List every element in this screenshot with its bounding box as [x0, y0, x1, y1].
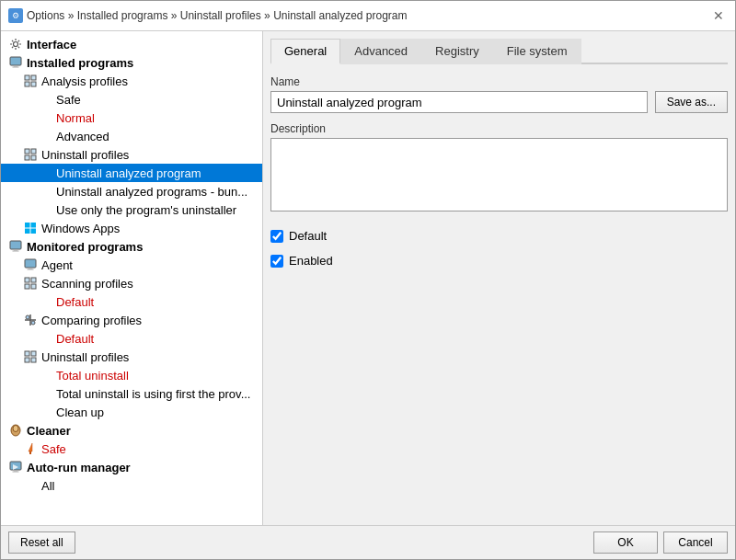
svg-rect-21 — [28, 269, 34, 270]
sidebar-item-use-only-uninstaller[interactable]: Use only the program's uninstaller — [1, 200, 262, 219]
reset-all-button[interactable]: Reset all — [8, 531, 75, 554]
sidebar-item-safe[interactable]: Safe — [1, 90, 262, 109]
save-as-button[interactable]: Save as... — [655, 91, 728, 113]
sidebar-safe-label: Safe — [56, 93, 81, 107]
sidebar-item-interface[interactable]: Interface — [1, 35, 262, 53]
svg-rect-2 — [14, 65, 17, 67]
sidebar-item-advanced[interactable]: Advanced — [1, 127, 262, 145]
sidebar-item-all[interactable]: All — [1, 476, 262, 495]
svg-rect-31 — [25, 358, 29, 362]
svg-rect-16 — [10, 241, 21, 249]
svg-rect-12 — [25, 223, 30, 228]
sidebar-item-default-compare[interactable]: Default — [1, 329, 262, 348]
tab-advanced[interactable]: Advanced — [340, 39, 421, 64]
sidebar-item-cleaner[interactable]: Cleaner — [1, 421, 262, 440]
sidebar-item-analysis-profiles[interactable]: Analysis profiles — [1, 72, 262, 90]
monitor-icon — [8, 55, 23, 70]
cancel-button[interactable]: Cancel — [663, 531, 728, 554]
title-text: Options » Installed programs » Uninstall… — [27, 9, 408, 22]
comparing-icon — [23, 313, 38, 327]
sidebar-item-clean-up[interactable]: Clean up — [1, 403, 262, 421]
tab-strip: General Advanced Registry File system — [270, 39, 728, 64]
sidebar-use-only-label: Use only the program's uninstaller — [56, 203, 236, 217]
close-button[interactable]: ✕ — [709, 6, 728, 25]
sidebar-total-uninstall-2-label: Total uninstall is using first the prov.… — [56, 387, 250, 401]
sidebar-item-normal[interactable]: Normal — [1, 109, 262, 127]
svg-rect-7 — [31, 82, 36, 86]
use-only-icon — [38, 202, 52, 217]
enabled-row: Enabled — [270, 254, 728, 268]
sidebar-item-scanning-profiles[interactable]: Scanning profiles — [1, 274, 262, 292]
sidebar-item-total-uninstall-2[interactable]: Total uninstall is using first the prov.… — [1, 384, 262, 403]
total-uninstall-icon — [38, 368, 52, 383]
enabled-checkbox[interactable] — [270, 255, 283, 268]
main-panel: General Advanced Registry File system Na… — [263, 31, 735, 525]
sidebar-monitored-label: Monitored programs — [27, 240, 143, 254]
sidebar-comparing-label: Comparing profiles — [41, 314, 142, 327]
svg-rect-9 — [25, 155, 29, 160]
sidebar-clean-up-label: Clean up — [56, 406, 104, 419]
total-uninstall-2-icon — [38, 386, 52, 401]
sidebar-item-agent[interactable]: Agent — [1, 256, 262, 274]
sidebar-autorun-label: Auto-run manager — [27, 461, 131, 474]
svg-rect-33 — [31, 358, 36, 362]
sidebar-item-uninstall-analyzed[interactable]: Uninstall analyzed program — [1, 164, 262, 182]
sidebar-normal-label: Normal — [56, 111, 95, 125]
uninstall-analyzed-icon — [38, 166, 52, 180]
default-scan-icon — [38, 294, 52, 309]
svg-rect-36 — [29, 451, 31, 454]
sidebar-agent-label: Agent — [41, 258, 73, 272]
sidebar-total-uninstall-label: Total uninstall — [56, 369, 129, 383]
svg-point-0 — [14, 42, 18, 47]
sidebar-installed-label: Installed programs — [27, 56, 133, 70]
ok-button[interactable]: OK — [593, 531, 658, 554]
safe-icon — [38, 92, 52, 107]
sidebar-item-total-uninstall[interactable]: Total uninstall — [1, 366, 262, 384]
autorun-icon — [8, 460, 23, 474]
sidebar-item-safe-cleaner[interactable]: Safe — [1, 440, 262, 458]
sidebar-item-uninstall-profiles-mon[interactable]: Uninstall profiles — [1, 348, 262, 366]
svg-rect-20 — [29, 268, 32, 269]
sidebar-uninstall-profiles-mon-label: Uninstall profiles — [41, 350, 129, 364]
svg-rect-17 — [14, 249, 17, 251]
sidebar-cleaner-label: Cleaner — [27, 424, 71, 438]
description-wrapper — [270, 138, 728, 214]
title-bar: ⚙ Options » Installed programs » Uninsta… — [1, 1, 735, 31]
sidebar-item-installed-programs[interactable]: Installed programs — [1, 53, 262, 72]
sidebar-item-windows-apps[interactable]: Windows Apps — [1, 219, 262, 237]
broom-icon — [23, 441, 38, 456]
sidebar-item-uninstall-bundle[interactable]: Uninstall analyzed programs - bun... — [1, 182, 262, 200]
sidebar-all-label: All — [41, 479, 54, 493]
svg-rect-13 — [31, 223, 37, 228]
svg-rect-38 — [14, 470, 17, 472]
monitored-icon — [8, 239, 23, 254]
svg-rect-23 — [25, 284, 29, 289]
uninstall-profiles-mon-icon — [23, 349, 38, 364]
tab-general[interactable]: General — [270, 39, 340, 64]
sidebar-item-default-scan[interactable]: Default — [1, 292, 262, 311]
sidebar-item-comparing-profiles[interactable]: Comparing profiles — [1, 311, 262, 329]
windows-icon — [23, 221, 38, 235]
name-input[interactable] — [270, 91, 648, 113]
sidebar-item-monitored-programs[interactable]: Monitored programs — [1, 237, 262, 256]
uninstall-profiles-icon — [23, 147, 38, 162]
content-area: Interface Installed programs Analysis pr… — [1, 31, 735, 525]
svg-point-29 — [31, 321, 35, 325]
description-textarea[interactable] — [270, 138, 728, 211]
bottom-bar: Reset all OK Cancel — [1, 525, 735, 559]
tab-filesystem[interactable]: File system — [493, 39, 581, 64]
sidebar-advanced-label: Advanced — [56, 130, 109, 143]
default-checkbox[interactable] — [270, 230, 283, 243]
list-icon-analysis — [23, 74, 38, 88]
sidebar-item-autorun[interactable]: Auto-run manager — [1, 458, 262, 476]
sidebar-item-uninstall-profiles[interactable]: Uninstall profiles — [1, 145, 262, 164]
tab-registry[interactable]: Registry — [421, 39, 493, 64]
app-icon: ⚙ — [8, 8, 23, 23]
enabled-label: Enabled — [289, 254, 333, 268]
svg-point-28 — [26, 315, 29, 319]
name-label: Name — [270, 75, 728, 88]
sidebar: Interface Installed programs Analysis pr… — [1, 31, 263, 525]
sidebar-default-scan-label: Default — [56, 295, 94, 309]
svg-rect-11 — [31, 155, 36, 160]
sidebar-scanning-label: Scanning profiles — [41, 277, 133, 291]
